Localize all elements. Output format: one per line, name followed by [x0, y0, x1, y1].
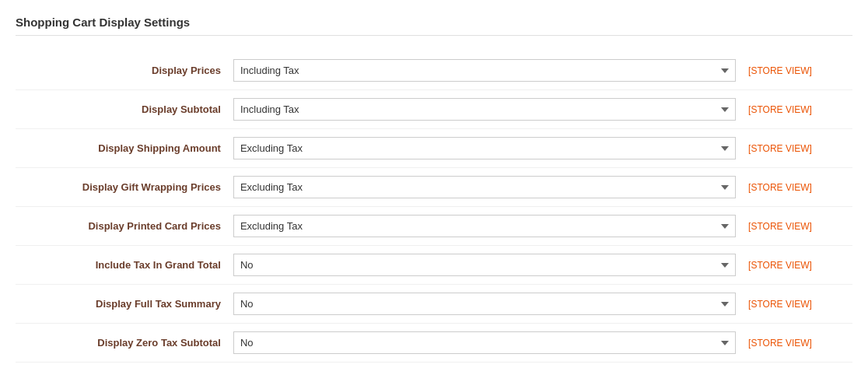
label-display-zero-tax-subtotal: Display Zero Tax Subtotal: [16, 324, 227, 363]
form-row-display-shipping-amount: Display Shipping AmountExcluding TaxIncl…: [16, 129, 852, 168]
select-include-tax-in-grand-total[interactable]: YesNo: [233, 254, 736, 276]
select-display-printed-card-prices[interactable]: Excluding TaxIncluding TaxIncluding and …: [233, 215, 736, 237]
scope-display-printed-card-prices: [STORE VIEW]: [742, 207, 852, 246]
label-display-gift-wrapping-prices: Display Gift Wrapping Prices: [16, 168, 227, 207]
label-display-full-tax-summary: Display Full Tax Summary: [16, 285, 227, 324]
select-display-shipping-amount[interactable]: Excluding TaxIncluding TaxIncluding and …: [233, 137, 736, 159]
control-display-printed-card-prices: Excluding TaxIncluding TaxIncluding and …: [227, 207, 742, 246]
control-display-full-tax-summary: YesNo: [227, 285, 742, 324]
label-display-shipping-amount: Display Shipping Amount: [16, 129, 227, 168]
form-row-display-gift-wrapping-prices: Display Gift Wrapping PricesExcluding Ta…: [16, 168, 852, 207]
form-row-display-subtotal: Display SubtotalExcluding TaxIncluding T…: [16, 90, 852, 129]
page-title: Shopping Cart Display Settings: [16, 16, 852, 36]
control-display-prices: Excluding TaxIncluding TaxIncluding and …: [227, 51, 742, 90]
scope-display-shipping-amount: [STORE VIEW]: [742, 129, 852, 168]
scope-display-zero-tax-subtotal: [STORE VIEW]: [742, 324, 852, 363]
select-display-prices[interactable]: Excluding TaxIncluding TaxIncluding and …: [233, 59, 736, 82]
control-include-tax-in-grand-total: YesNo: [227, 246, 742, 285]
form-row-display-prices: Display PricesExcluding TaxIncluding Tax…: [16, 51, 852, 90]
form-row-include-tax-in-grand-total: Include Tax In Grand TotalYesNo[STORE VI…: [16, 246, 852, 285]
form-row-display-full-tax-summary: Display Full Tax SummaryYesNo[STORE VIEW…: [16, 285, 852, 324]
control-display-subtotal: Excluding TaxIncluding TaxIncluding and …: [227, 90, 742, 129]
control-display-zero-tax-subtotal: YesNo: [227, 324, 742, 363]
scope-include-tax-in-grand-total: [STORE VIEW]: [742, 246, 852, 285]
select-display-subtotal[interactable]: Excluding TaxIncluding TaxIncluding and …: [233, 98, 736, 121]
scope-display-subtotal: [STORE VIEW]: [742, 90, 852, 129]
form-row-display-printed-card-prices: Display Printed Card PricesExcluding Tax…: [16, 207, 852, 246]
control-display-gift-wrapping-prices: Excluding TaxIncluding TaxIncluding and …: [227, 168, 742, 207]
label-display-subtotal: Display Subtotal: [16, 90, 227, 129]
scope-display-gift-wrapping-prices: [STORE VIEW]: [742, 168, 852, 207]
form-row-display-zero-tax-subtotal: Display Zero Tax SubtotalYesNo[STORE VIE…: [16, 324, 852, 363]
settings-table: Display PricesExcluding TaxIncluding Tax…: [16, 51, 852, 363]
label-display-printed-card-prices: Display Printed Card Prices: [16, 207, 227, 246]
label-include-tax-in-grand-total: Include Tax In Grand Total: [16, 246, 227, 285]
scope-display-full-tax-summary: [STORE VIEW]: [742, 285, 852, 324]
scope-display-prices: [STORE VIEW]: [742, 51, 852, 90]
control-display-shipping-amount: Excluding TaxIncluding TaxIncluding and …: [227, 129, 742, 168]
select-display-full-tax-summary[interactable]: YesNo: [233, 293, 736, 315]
select-display-gift-wrapping-prices[interactable]: Excluding TaxIncluding TaxIncluding and …: [233, 176, 736, 198]
select-display-zero-tax-subtotal[interactable]: YesNo: [233, 331, 736, 354]
label-display-prices: Display Prices: [16, 51, 227, 90]
